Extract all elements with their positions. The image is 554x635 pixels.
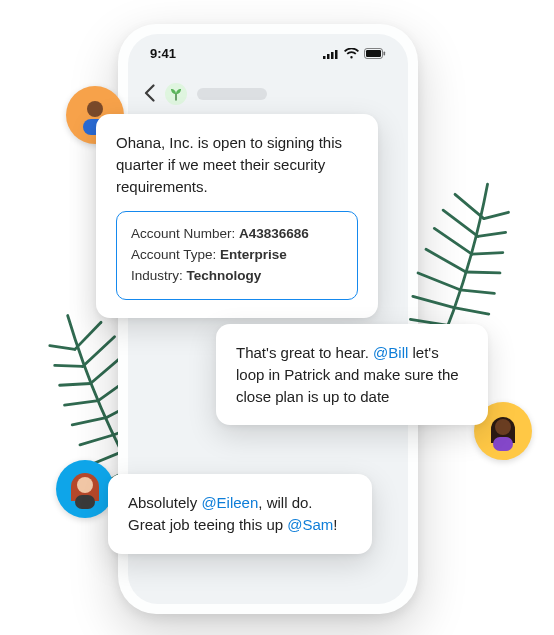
conversation-header (128, 61, 408, 113)
back-icon[interactable] (144, 84, 155, 105)
account-info-box[interactable]: Account Number: A43836686 Account Type: … (116, 211, 358, 300)
account-industry-value: Technology (187, 268, 262, 283)
battery-icon (364, 48, 386, 59)
status-time: 9:41 (150, 46, 176, 61)
message-card-2[interactable]: That's great to hear. @Bill let's loop i… (216, 324, 488, 425)
svg-rect-1 (327, 54, 330, 59)
mention-sam[interactable]: @Sam (287, 516, 333, 533)
svg-rect-6 (384, 52, 386, 56)
svg-rect-3 (335, 50, 338, 59)
svg-rect-0 (323, 56, 326, 59)
account-industry-row: Industry: Technology (131, 266, 343, 287)
account-type-label: Account Type: (131, 247, 216, 262)
account-number-label: Account Number: (131, 226, 235, 241)
account-number-value: A43836686 (239, 226, 309, 241)
message-card-1[interactable]: Ohana, Inc. is open to signing this quar… (96, 114, 378, 318)
svg-point-11 (77, 477, 93, 493)
thread-title-placeholder (197, 88, 267, 100)
svg-rect-12 (75, 495, 95, 509)
account-number-row: Account Number: A43836686 (131, 224, 343, 245)
message-text-part: Absolutely (128, 494, 201, 511)
message-text-part: That's great to hear. (236, 344, 373, 361)
thread-avatar[interactable] (165, 83, 187, 105)
signal-icon (323, 49, 339, 59)
account-type-row: Account Type: Enterprise (131, 245, 343, 266)
svg-rect-10 (493, 437, 513, 451)
message-card-3[interactable]: Absolutely @Eileen, will do. Great job t… (108, 474, 372, 554)
svg-point-7 (87, 101, 103, 117)
wifi-icon (344, 48, 359, 59)
message-text: Ohana, Inc. is open to signing this quar… (116, 132, 358, 197)
avatar-bill[interactable] (56, 460, 114, 518)
account-type-value: Enterprise (220, 247, 287, 262)
mention-bill[interactable]: @Bill (373, 344, 408, 361)
status-icons (323, 48, 386, 59)
account-industry-label: Industry: (131, 268, 183, 283)
svg-rect-2 (331, 52, 334, 59)
mention-eileen[interactable]: @Eileen (201, 494, 258, 511)
svg-point-9 (495, 419, 511, 435)
svg-rect-5 (366, 50, 381, 57)
status-bar: 9:41 (128, 34, 408, 61)
message-text-part: ! (333, 516, 337, 533)
